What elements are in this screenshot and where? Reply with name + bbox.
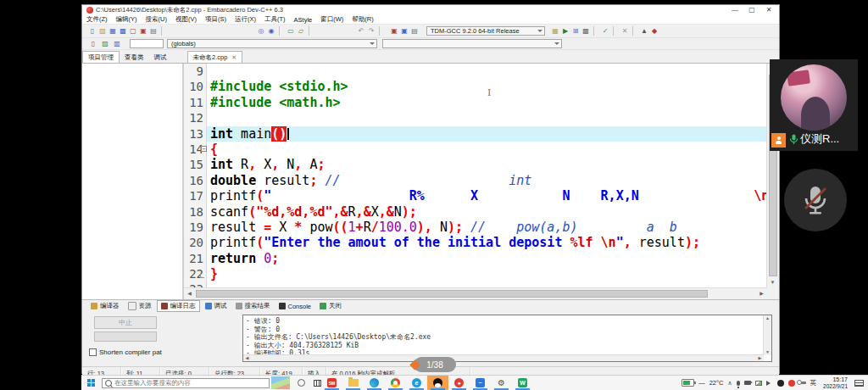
bottom-tab-close[interactable]: 关闭 xyxy=(316,301,345,311)
save-all-button[interactable]: ▩ xyxy=(118,26,128,36)
menu-item[interactable]: 搜索(U) xyxy=(142,15,171,24)
close-all-button[interactable]: ▣ xyxy=(138,26,148,36)
ime-indicator[interactable]: 英 xyxy=(810,379,817,387)
menu-item[interactable]: 项目(S) xyxy=(201,15,231,24)
code-line[interactable]: 22} xyxy=(184,266,767,281)
scroll-left-icon[interactable]: ◀ xyxy=(243,355,251,361)
menu-item[interactable]: 帮助(R) xyxy=(348,15,377,24)
code-editor[interactable]: 910#include <stdio.h>11#include <math.h>… xyxy=(184,64,779,299)
code-line[interactable]: 19result = X * pow((1+R/100.0), N); // p… xyxy=(184,220,767,235)
code-line[interactable]: 20printf("Enter the amout of the initial… xyxy=(184,235,767,250)
compile-button[interactable]: ▦ xyxy=(550,26,560,36)
scroll-left-icon[interactable]: ◀ xyxy=(184,288,195,299)
members-select[interactable] xyxy=(382,39,562,48)
code-line[interactable]: 11#include <math.h> xyxy=(184,95,767,110)
member-field[interactable] xyxy=(130,39,164,48)
taskbar-search[interactable] xyxy=(102,378,270,388)
bottom-tab-debug[interactable]: 调试 xyxy=(202,301,231,311)
abort-button[interactable]: 中止 xyxy=(94,316,157,329)
log-horizontal-scrollbar[interactable]: ◀ ▶ xyxy=(243,354,764,361)
tray-qq-red-icon[interactable] xyxy=(788,380,795,387)
tray-expand-icon[interactable]: ∧ xyxy=(727,380,732,387)
shorten-paths-option[interactable]: Shorten compiler pat xyxy=(89,348,162,356)
panel-tab-debug-panel[interactable]: 调试 xyxy=(149,52,172,63)
code-line[interactable]: 18scanf("%d,%d,%d",&R,&X,&N); xyxy=(184,204,767,220)
watch-list-button[interactable]: ▤ xyxy=(409,26,420,36)
tray-mic-icon[interactable] xyxy=(737,381,740,386)
scroll-down-icon[interactable]: ▼ xyxy=(764,349,771,355)
menu-item[interactable]: 窗口(W) xyxy=(316,15,348,24)
code-line[interactable]: 10#include <stdio.h> xyxy=(184,79,767,94)
scrollbar-thumb[interactable] xyxy=(196,290,708,298)
menu-item[interactable]: 视图(V) xyxy=(171,15,201,24)
tray-image-icon[interactable] xyxy=(755,381,762,386)
profile-button[interactable]: ▲ xyxy=(639,26,649,36)
panel-tab-class-viewer[interactable]: 查看类 xyxy=(120,52,149,63)
goto-line-button[interactable]: ▭ xyxy=(286,26,296,36)
taskbar-app-chrome[interactable] xyxy=(385,376,406,390)
notification-center-icon[interactable] xyxy=(854,380,864,387)
new-file-button[interactable]: ▯ xyxy=(87,26,97,36)
bottom-tab-compiler[interactable]: 编译器 xyxy=(87,301,123,311)
task-view-icon[interactable] xyxy=(314,380,321,387)
maximize-button[interactable]: ▢ xyxy=(743,5,760,15)
checkbox[interactable] xyxy=(89,348,97,356)
run-button[interactable]: ▶ xyxy=(560,26,570,36)
code-line[interactable]: 16double result; // int xyxy=(184,173,767,188)
panel-tab-project-manager[interactable]: 项目管理 xyxy=(82,51,120,63)
taskbar-clock[interactable]: 15:17 2022/9/21 xyxy=(823,376,848,389)
taskbar-app-meeting[interactable]: ~ xyxy=(470,376,491,390)
scroll-up-icon[interactable]: ▲ xyxy=(764,315,771,321)
tab-unnamed2-cpp[interactable]: 未命名2.cpp ✕ xyxy=(187,51,243,63)
bottom-tab-resources[interactable]: 资源 xyxy=(125,301,155,311)
undo-button[interactable]: ↶ xyxy=(356,26,366,36)
goto-declaration-button[interactable]: ▥ xyxy=(111,39,123,48)
taskbar-app-qq-active[interactable] xyxy=(427,376,448,390)
code-line[interactable]: 13int main() xyxy=(184,126,767,142)
profile-stop-button[interactable]: ◆ xyxy=(649,26,659,36)
syntax-check-button[interactable]: ✓ xyxy=(600,26,610,36)
taskbar-app-ie[interactable]: e xyxy=(406,376,427,390)
taskbar-app-wps[interactable]: W xyxy=(512,376,533,390)
code-line[interactable]: 21return 0; xyxy=(184,251,767,266)
remove-watch-button[interactable]: ▣ xyxy=(399,26,409,36)
weather-widget[interactable] xyxy=(271,376,290,389)
rebuild-all-button[interactable]: ▩ xyxy=(581,26,591,36)
code-line[interactable]: 15int R, X, N, A; xyxy=(184,157,767,172)
fold-collapse-icon[interactable]: − xyxy=(201,146,207,152)
webcam-overlay[interactable]: 仪测R... xyxy=(770,59,858,151)
minimize-button[interactable]: — xyxy=(726,5,743,15)
tray-qq-icon[interactable] xyxy=(777,380,784,387)
scroll-right-icon[interactable]: ▶ xyxy=(756,355,764,361)
menu-item[interactable]: 编辑(Y) xyxy=(112,15,142,24)
menu-item[interactable]: 工具(T) xyxy=(260,15,290,24)
close-button[interactable]: ✕ xyxy=(760,5,777,15)
page-indicator-badge[interactable]: 1/38 xyxy=(414,357,456,372)
abort-compile-button[interactable]: ✕ xyxy=(620,26,630,36)
code-line[interactable]: 14−{ xyxy=(184,142,767,157)
save-file-button[interactable]: ▦ xyxy=(108,26,118,36)
forward-button[interactable]: ▨ xyxy=(99,39,111,48)
taskbar-app-red[interactable]: ● xyxy=(448,376,470,390)
tray-camera-icon[interactable] xyxy=(744,381,751,385)
log-vertical-scrollbar[interactable]: ▲ ▼ xyxy=(763,315,771,355)
cortana-icon[interactable] xyxy=(298,379,305,387)
bottom-tab-search-results[interactable]: 搜索结果 xyxy=(232,301,274,311)
close-file-button[interactable]: ▢ xyxy=(128,26,138,36)
windows-start-icon[interactable] xyxy=(87,379,95,387)
project-panel[interactable] xyxy=(82,64,184,299)
open-file-button[interactable]: ▨ xyxy=(97,26,108,36)
taskbar-app-sm[interactable]: SM xyxy=(321,376,342,390)
menu-item[interactable]: 运行(X) xyxy=(231,15,260,24)
temperature-label[interactable]: 22°C xyxy=(709,379,724,387)
taskbar-app-settings[interactable]: ⚙ xyxy=(491,376,512,390)
search-input[interactable] xyxy=(114,379,266,387)
mic-muted-button[interactable] xyxy=(784,169,847,231)
battery-icon[interactable] xyxy=(682,379,694,387)
taskbar-app-explorer[interactable] xyxy=(342,376,364,390)
editor-horizontal-scrollbar[interactable]: ◀ ▶ xyxy=(184,287,767,299)
find-button[interactable]: ◎ xyxy=(256,26,266,36)
code-line[interactable]: 9 xyxy=(184,64,767,79)
menu-item[interactable]: 文件(Z) xyxy=(82,15,112,24)
tray-speaker-icon[interactable] xyxy=(766,381,773,386)
